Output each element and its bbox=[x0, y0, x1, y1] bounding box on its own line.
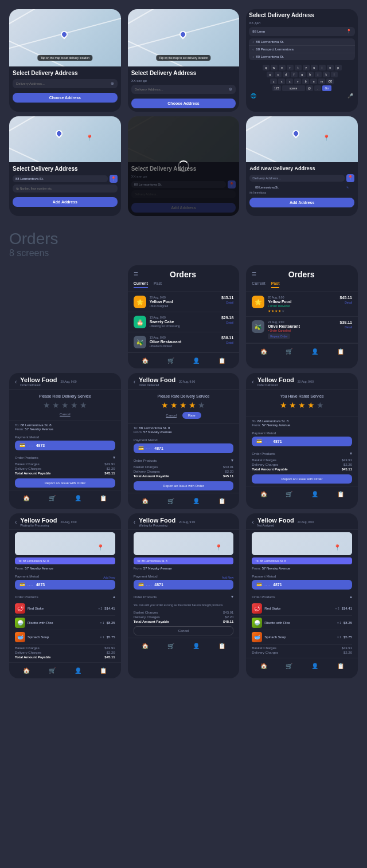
yf-date-1: 20 Aug, 9:00 bbox=[61, 380, 77, 383]
star-1-3[interactable]: ★ bbox=[61, 400, 69, 410]
star-1-2[interactable]: ★ bbox=[52, 400, 60, 410]
order-row-2: 🎂 13 Aug, 8:00 Sweety Cake • Waiting for… bbox=[128, 312, 240, 332]
choose-address-button-2[interactable]: Choose Address bbox=[131, 99, 236, 108]
star-1-5[interactable]: ★ bbox=[80, 400, 87, 410]
location-button[interactable]: 📍 bbox=[110, 175, 118, 183]
op-section-1: Order Products ▾ Basket Charges $43.91 D… bbox=[9, 453, 121, 490]
back-button-4[interactable]: ‹ bbox=[15, 519, 17, 525]
repeat-order-button[interactable]: Repeat Order bbox=[268, 333, 290, 339]
autocomplete-item-2[interactable]: 68 Prospect Lermontova bbox=[249, 46, 355, 53]
star-2-2[interactable]: ★ bbox=[170, 400, 178, 410]
profile-nav-icon-2[interactable]: 👤 bbox=[311, 348, 318, 355]
delivery-input[interactable] bbox=[16, 82, 109, 85]
home-nav-icon-2[interactable]: 🏠 bbox=[260, 348, 267, 355]
star-1-4[interactable]: ★ bbox=[71, 400, 78, 410]
product-3: 🥣 Spinach Soup × 1 $5.75 bbox=[15, 630, 115, 645]
order-name-3: Olive Restaurant bbox=[150, 340, 218, 344]
back-button-2[interactable]: ‹ bbox=[134, 379, 135, 385]
orders-title: Orders bbox=[170, 270, 196, 279]
orders-nav-icon[interactable]: 📋 bbox=[218, 358, 225, 364]
tab-current-2[interactable]: Current bbox=[252, 281, 265, 288]
red-pin: 📍 bbox=[86, 135, 93, 141]
yf-title-2: Yellow Food bbox=[139, 376, 175, 383]
past-order-name-2: Olive Restaurant bbox=[268, 324, 336, 328]
orders-header: ☰ Orders bbox=[128, 265, 240, 281]
cancel-link-1[interactable]: Cancel bbox=[60, 413, 71, 416]
past-order-detail-2[interactable]: Detail bbox=[340, 325, 352, 329]
autocomplete-item-1[interactable]: 88 Lermontova St. bbox=[249, 38, 355, 46]
big-stars-3: ★ ★ ★ ★ ★ bbox=[252, 400, 352, 410]
yf-title-3: Yellow Food bbox=[257, 376, 294, 383]
orders-header-2: ☰ Orders bbox=[246, 265, 358, 281]
tab-past[interactable]: Past bbox=[154, 281, 162, 288]
orders-menu-icon-2: ☰ bbox=[252, 272, 256, 277]
delivery-input-2[interactable] bbox=[135, 88, 228, 91]
add-address-button-4[interactable]: Add Address bbox=[13, 197, 118, 207]
cancel-order-btn[interactable]: Cancel bbox=[134, 626, 234, 635]
back-button-1[interactable]: ‹ bbox=[15, 379, 17, 385]
order-status-1: • Not Assigned bbox=[150, 304, 218, 308]
report-button-2[interactable]: Report an Issue with Order bbox=[134, 481, 234, 490]
past-order-detail-1[interactable]: Detail bbox=[340, 301, 352, 304]
star-2-5[interactable]: ★ bbox=[198, 400, 205, 410]
add-new-link-5[interactable]: Add New bbox=[222, 576, 233, 579]
bottom-nav-4: 🏠 🛒 👤 📋 bbox=[128, 493, 240, 509]
bottom-nav-2: 🏠 🛒 👤 📋 bbox=[246, 343, 358, 359]
order-name-1: Yellow Food bbox=[150, 300, 218, 304]
home-nav-icon[interactable]: 🏠 bbox=[142, 358, 149, 364]
cart-nav-3[interactable]: 🛒 bbox=[49, 495, 56, 501]
payment-section-2: Payment Metod 💳 ···· 4871 bbox=[128, 436, 240, 455]
yf-screen-6: ‹ Yellow Food Not Assigned 20 Aug, 9:00 … bbox=[246, 513, 358, 678]
orders-tabs-2: Current Past bbox=[246, 281, 358, 292]
star-1-1[interactable]: ★ bbox=[43, 400, 50, 410]
profile-nav-icon[interactable]: 👤 bbox=[193, 358, 200, 364]
past-order-amount-2: $38.11 bbox=[340, 320, 352, 324]
map-thumb-6: 📍 bbox=[252, 532, 352, 555]
yf-title-1: Yellow Food bbox=[20, 376, 57, 383]
profile-nav-3[interactable]: 👤 bbox=[75, 495, 81, 501]
star-2-3[interactable]: ★ bbox=[179, 400, 187, 410]
yf-screen-4: ‹ Yellow Food Waiting for Processing 20 … bbox=[9, 513, 121, 678]
tab-current[interactable]: Current bbox=[134, 281, 148, 288]
product-2: 🍚 Risotto with Rice × 1 $8.25 bbox=[15, 616, 115, 630]
orders-tabs: Current Past bbox=[128, 281, 240, 292]
add-new-link-4[interactable]: Add New bbox=[103, 576, 115, 579]
delivery-input-3[interactable] bbox=[252, 30, 346, 33]
back-button-3[interactable]: ‹ bbox=[252, 379, 253, 385]
back-button-5[interactable]: ‹ bbox=[134, 519, 135, 525]
add-address-button-6[interactable]: Add Address bbox=[249, 198, 354, 207]
star-2-1[interactable]: ★ bbox=[161, 400, 169, 410]
location-button-6[interactable]: 📍 bbox=[346, 174, 354, 182]
report-button-1[interactable]: Report an Issue with Order bbox=[15, 478, 115, 488]
cart-nav-icon-2[interactable]: 🛒 bbox=[286, 348, 292, 355]
order-detail-1[interactable]: Detail bbox=[221, 301, 233, 304]
address-input-4[interactable] bbox=[13, 175, 108, 182]
yf-date-2: 20 Aug, 9:00 bbox=[179, 380, 195, 383]
home-nav-3[interactable]: 🏠 bbox=[23, 495, 30, 501]
report-button-3[interactable]: Report an Issue with Order bbox=[252, 474, 352, 484]
star-2-4[interactable]: ★ bbox=[189, 400, 196, 410]
past-order-date-1: 20 Aug, 9:00 bbox=[268, 296, 336, 299]
address-row-3: To: 88 Lermontova St. 8 From: 57 Nevsky … bbox=[246, 417, 358, 429]
yf-screen-2: ‹ Yellow Food Order Delivered 20 Aug, 9:… bbox=[128, 373, 240, 509]
cart-nav-icon[interactable]: 🛒 bbox=[167, 358, 174, 364]
op-toggle-1[interactable]: ▾ bbox=[113, 455, 115, 460]
number-input[interactable] bbox=[16, 187, 114, 190]
choose-address-button[interactable]: Choose Address bbox=[13, 93, 118, 103]
cancel-link-2[interactable]: Cancel bbox=[166, 414, 177, 417]
back-button-6[interactable]: ‹ bbox=[252, 519, 253, 525]
address-input-6[interactable] bbox=[249, 175, 345, 182]
op-toggle-2[interactable]: ▾ bbox=[231, 458, 233, 463]
order-row-3: 🫒 13 Aug, 8:00 Olive Restaurant • Produc… bbox=[128, 332, 240, 352]
order-detail-3[interactable]: Detail bbox=[221, 341, 233, 344]
screen-title: Select Delivery Address bbox=[13, 70, 118, 77]
tab-past-2[interactable]: Past bbox=[271, 281, 280, 288]
autocomplete-item-3[interactable]: 80 Lermontova St. bbox=[249, 53, 355, 60]
orders-nav-icon-2[interactable]: 📋 bbox=[337, 348, 344, 355]
order-detail-2[interactable]: Detail bbox=[221, 321, 233, 324]
product-1: 🥩 Red Stake × 2 $14.41 bbox=[15, 602, 115, 616]
op-label-1: Order Products bbox=[15, 456, 38, 459]
rate-button[interactable]: Rate bbox=[182, 412, 201, 419]
orders-nav-3[interactable]: 📋 bbox=[100, 495, 107, 501]
product-img-2: 🍚 bbox=[15, 618, 25, 628]
